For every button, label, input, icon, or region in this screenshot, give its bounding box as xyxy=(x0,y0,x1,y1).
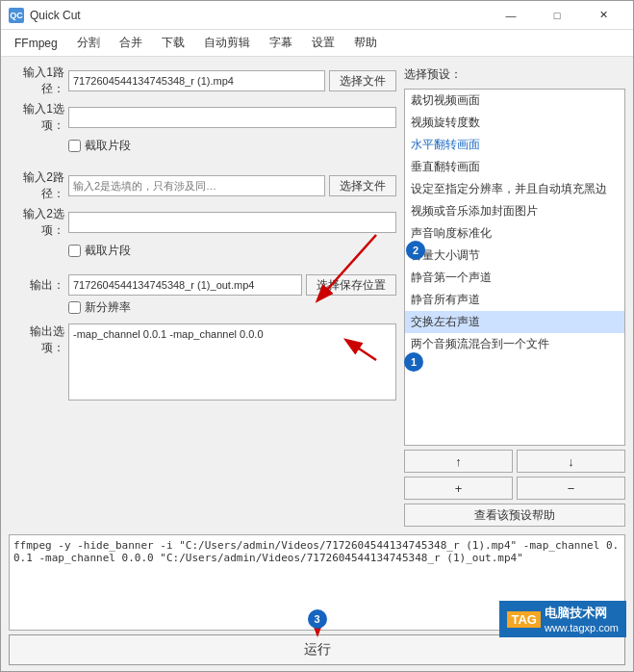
input2-choose-button[interactable]: 选择文件 xyxy=(329,175,396,196)
new-resolution-label: 新分辨率 xyxy=(85,299,131,316)
app-icon: QC xyxy=(9,8,24,23)
watermark: TAG 电脑技术网 www.tagxp.com xyxy=(499,601,626,637)
watermark-tag: TAG xyxy=(507,611,540,628)
menu-ffmpeg[interactable]: FFmpeg xyxy=(5,33,67,54)
annotation-circle-1: 1 xyxy=(404,352,423,372)
main-window: QC Quick Cut — □ ✕ FFmpeg 分割 合并 下载 自动剪辑 … xyxy=(0,0,634,672)
preset-item-1[interactable]: 视频旋转度数 xyxy=(405,112,624,134)
menu-merge[interactable]: 合并 xyxy=(110,31,152,55)
output-options-label: 输出选项： xyxy=(9,323,64,527)
menu-bar: FFmpeg 分割 合并 下载 自动剪辑 字幕 设置 帮助 xyxy=(1,30,633,57)
annotation-circle-2: 2 xyxy=(406,241,425,260)
input2-path-label: 输入2路径： xyxy=(9,169,64,202)
watermark-text: 电脑技术网 www.tagxp.com xyxy=(545,605,619,633)
output-options-textarea[interactable]: -map_channel 0.0.1 -map_channel 0.0.0 xyxy=(68,323,396,401)
preset-item-9[interactable]: 静音所有声道 xyxy=(405,289,624,311)
preset-addremove-row: + − xyxy=(404,477,625,500)
preset-item-0[interactable]: 裁切视频画面 xyxy=(405,90,624,112)
new-resolution-row: 新分辨率 xyxy=(9,299,396,316)
output-choose-button[interactable]: 选择保存位置 xyxy=(306,274,396,296)
preset-add-button[interactable]: + xyxy=(404,477,513,500)
main-content: 输入1路径： 选择文件 输入1选项： 截取片段 输入2路径： 选择文件 xyxy=(1,57,633,534)
input1-choose-button[interactable]: 选择文件 xyxy=(329,70,396,91)
preset-up-button[interactable]: ↑ xyxy=(404,450,513,473)
input2-clip-checkbox[interactable] xyxy=(68,245,81,257)
input1-path-row: 输入1路径： 选择文件 xyxy=(9,65,396,97)
preset-item-2[interactable]: 水平翻转画面 xyxy=(405,134,624,156)
menu-split[interactable]: 分割 xyxy=(67,31,110,55)
command-text: ffmpeg -y -hide_banner -i "C:/Users/admi… xyxy=(13,539,619,564)
menu-auto-edit[interactable]: 自动剪辑 xyxy=(194,31,260,55)
input2-options-label: 输入2选项： xyxy=(9,206,64,239)
input1-path-field[interactable] xyxy=(68,70,325,91)
preset-item-3[interactable]: 垂直翻转画面 xyxy=(405,156,624,178)
menu-subtitle[interactable]: 字幕 xyxy=(260,31,302,55)
watermark-main: 电脑技术网 xyxy=(545,605,619,622)
preset-remove-button[interactable]: − xyxy=(517,477,625,500)
output-path-field[interactable] xyxy=(68,274,302,296)
preset-item-11[interactable]: 两个音频流混合到一个文件 xyxy=(405,333,624,355)
input2-options-field[interactable] xyxy=(68,212,396,233)
input1-clip-checkbox[interactable] xyxy=(68,140,81,152)
output-options-container: -map_channel 0.0.1 -map_channel 0.0.0 1 xyxy=(68,323,396,527)
input1-clip-row: 截取片段 xyxy=(9,138,396,154)
preset-item-5[interactable]: 视频或音乐添加封面图片 xyxy=(405,200,624,222)
preset-item-4[interactable]: 设定至指定分辨率，并且自动填充黑边 xyxy=(405,178,624,200)
input1-path-label: 输入1路径： xyxy=(9,65,64,97)
input2-path-row: 输入2路径： 选择文件 xyxy=(9,169,396,202)
input1-options-field[interactable] xyxy=(68,107,396,128)
maximize-button[interactable]: □ xyxy=(535,1,579,30)
preset-controls: ↑ ↓ + − 查看该预设帮助 xyxy=(404,450,625,527)
right-panel: 选择预设： 裁切视频画面 视频旋转度数 水平翻转画面 垂直翻转画面 设定至指定分… xyxy=(404,65,625,527)
menu-help[interactable]: 帮助 xyxy=(344,31,387,55)
output-row: 输出： 选择保存位置 xyxy=(9,274,396,296)
annotation-circle-3: 3 xyxy=(308,609,327,629)
run-area: 3 运行 xyxy=(9,634,625,665)
preset-updown-row: ↑ ↓ xyxy=(404,450,625,473)
input2-clip-row: 截取片段 2 xyxy=(9,243,396,259)
new-resolution-checkbox[interactable] xyxy=(68,301,81,314)
annotation-3-container: 3 xyxy=(308,609,327,629)
preset-item-6[interactable]: 声音响度标准化 xyxy=(405,222,624,245)
preset-item-8[interactable]: 静音第一个声道 xyxy=(405,267,624,289)
close-button[interactable]: ✕ xyxy=(581,1,625,30)
preset-item-10[interactable]: 交换左右声道 xyxy=(405,311,624,333)
preset-list[interactable]: 裁切视频画面 视频旋转度数 水平翻转画面 垂直翻转画面 设定至指定分辨率，并且自… xyxy=(404,89,625,446)
input2-options-row: 输入2选项： xyxy=(9,206,396,239)
preset-item-7[interactable]: 音量大小调节 xyxy=(405,245,624,267)
output-label: 输出： xyxy=(9,277,64,294)
input2-clip-label: 截取片段 xyxy=(85,243,131,259)
preset-help-button[interactable]: 查看该预设帮助 xyxy=(404,504,625,527)
window-title: Quick Cut xyxy=(30,9,489,22)
title-bar: QC Quick Cut — □ ✕ xyxy=(1,1,633,30)
input2-path-field[interactable] xyxy=(68,175,325,196)
window-controls: — □ ✕ xyxy=(489,1,625,30)
preset-down-button[interactable]: ↓ xyxy=(517,450,625,473)
output-options-section: 输出选项： -map_channel 0.0.1 -map_channel 0.… xyxy=(9,323,396,527)
watermark-sub: www.tagxp.com xyxy=(545,622,619,633)
input1-options-row: 输入1选项： xyxy=(9,101,396,134)
input1-options-label: 输入1选项： xyxy=(9,101,64,134)
preset-label: 选择预设： xyxy=(404,65,625,85)
menu-settings[interactable]: 设置 xyxy=(302,31,344,55)
left-panel: 输入1路径： 选择文件 输入1选项： 截取片段 输入2路径： 选择文件 xyxy=(9,65,396,527)
run-button[interactable]: 运行 xyxy=(9,634,625,665)
menu-download[interactable]: 下载 xyxy=(152,31,194,55)
input1-clip-label: 截取片段 xyxy=(85,138,131,154)
minimize-button[interactable]: — xyxy=(489,1,533,30)
